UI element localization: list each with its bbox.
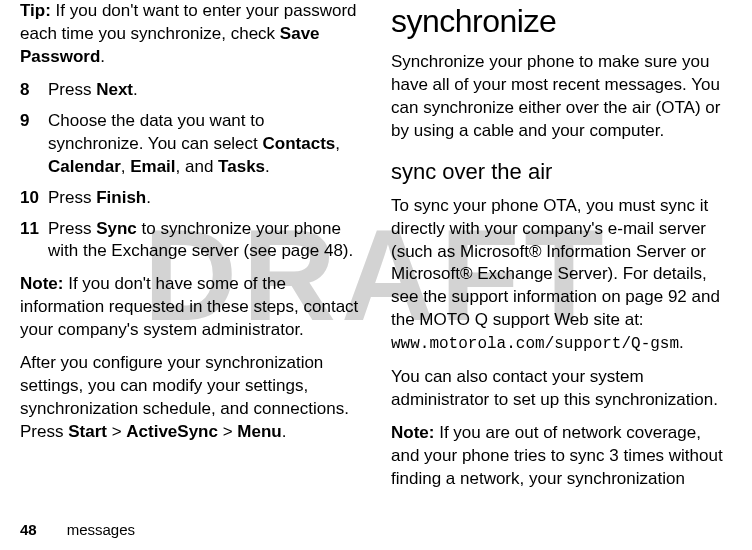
step-8-period: . <box>133 80 138 99</box>
section-name: messages <box>67 521 135 538</box>
page-number: 48 <box>20 521 37 538</box>
step-9-sep3: , and <box>176 157 219 176</box>
page-content: Tip: If you don't want to enter your pas… <box>0 0 752 501</box>
step-8-num: 8 <box>20 79 48 102</box>
step-8-press: Press <box>48 80 96 99</box>
step-9-sep2: , <box>121 157 130 176</box>
after-period: . <box>282 422 287 441</box>
step-9: 9 Choose the data you want to synchroniz… <box>20 110 361 179</box>
note2-label: Note: <box>391 423 434 442</box>
after-gt1: > <box>107 422 126 441</box>
step-9-intro: Choose the data you want to synchronize.… <box>48 111 264 153</box>
after-gt2: > <box>218 422 237 441</box>
note-label: Note: <box>20 274 63 293</box>
sync-intro: Synchronize your phone to make sure you … <box>391 51 732 143</box>
note2-paragraph: Note: If you are out of network coverage… <box>391 422 732 491</box>
step-9-tasks: Tasks <box>218 157 265 176</box>
contact-admin-text: You can also contact your system adminis… <box>391 366 732 412</box>
note2-text: If you are out of network coverage, and … <box>391 423 723 488</box>
step-9-email: Email <box>130 157 175 176</box>
note-paragraph: Note: If you don't have some of the info… <box>20 273 361 342</box>
sync-ota-text: To sync your phone OTA, you must sync it… <box>391 195 732 356</box>
step-9-num: 9 <box>20 110 48 179</box>
step-11-text: Press Sync to synchronize your phone wit… <box>48 218 361 264</box>
page-footer: 48messages <box>20 521 135 538</box>
step-9-sep1: , <box>335 134 340 153</box>
after-menu: Menu <box>237 422 281 441</box>
step-9-calendar: Calendar <box>48 157 121 176</box>
step-10-text: Press Finish. <box>48 187 361 210</box>
step-8-text: Press Next. <box>48 79 361 102</box>
step-9-period: . <box>265 157 270 176</box>
tip-paragraph: Tip: If you don't want to enter your pas… <box>20 0 361 69</box>
step-11-press: Press <box>48 219 96 238</box>
step-10-num: 10 <box>20 187 48 210</box>
after-start: Start <box>68 422 107 441</box>
step-9-contacts: Contacts <box>263 134 336 153</box>
tip-period: . <box>100 47 105 66</box>
note-text: If you don't have some of the informatio… <box>20 274 358 339</box>
left-column: Tip: If you don't want to enter your pas… <box>20 0 361 501</box>
heading-sync-ota: sync over the air <box>391 157 732 187</box>
step-10-period: . <box>146 188 151 207</box>
after-activesync: ActiveSync <box>126 422 218 441</box>
support-url: www.motorola.com/support/Q-gsm <box>391 335 679 353</box>
after-configure-paragraph: After you configure your synchronization… <box>20 352 361 444</box>
step-10-press: Press <box>48 188 96 207</box>
step-10: 10 Press Finish. <box>20 187 361 210</box>
step-11: 11 Press Sync to synchronize your phone … <box>20 218 361 264</box>
step-11-num: 11 <box>20 218 48 264</box>
tip-label: Tip: <box>20 1 51 20</box>
step-8: 8 Press Next. <box>20 79 361 102</box>
heading-synchronize: synchronize <box>391 0 732 43</box>
sync-ota-period: . <box>679 333 684 352</box>
step-11-sync: Sync <box>96 219 137 238</box>
step-8-next: Next <box>96 80 133 99</box>
step-9-text: Choose the data you want to synchronize.… <box>48 110 361 179</box>
sync-ota-body: To sync your phone OTA, you must sync it… <box>391 196 720 330</box>
right-column: synchronize Synchronize your phone to ma… <box>391 0 732 501</box>
step-10-finish: Finish <box>96 188 146 207</box>
